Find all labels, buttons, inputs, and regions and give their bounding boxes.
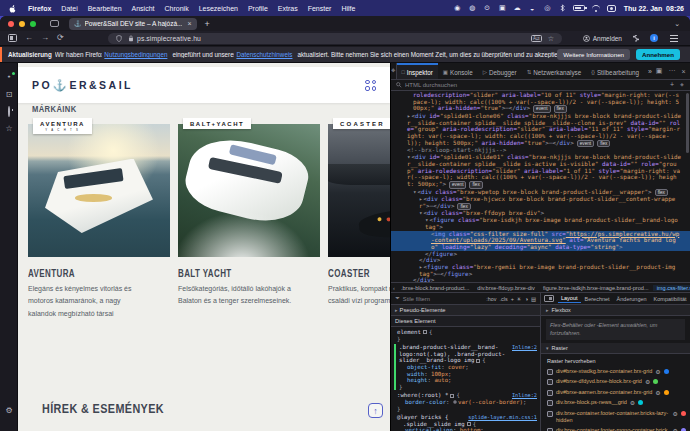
bluetooth-icon[interactable]: [558, 4, 567, 13]
grid-overlay-row[interactable]: div.brxe-block.ps-news__grid⚙: [541, 398, 690, 408]
devtools-tab-konsole[interactable]: ▣Konsole: [438, 63, 478, 79]
reload-button[interactable]: ⟳: [57, 34, 64, 42]
markup-node[interactable]: <!--brx-loop-start-nkjjjs-->: [391, 147, 690, 154]
brand-card-aventura[interactable]: AVENTURA Y A C H T S AVENTURA Elegáns és…: [28, 118, 170, 353]
menubar-menu-fenster[interactable]: Fenster: [308, 5, 332, 12]
html-search-bar[interactable]: HTML durchsuchen + ⌖: [391, 80, 690, 91]
translate-icon[interactable]: A⇄: [531, 35, 542, 42]
add-node-icon[interactable]: +: [670, 81, 674, 89]
grid-checkbox[interactable]: [547, 379, 553, 385]
ai-chatbot-icon[interactable]: ⋆: [0, 73, 18, 81]
devtools-menu-icon[interactable]: ⋯: [668, 67, 675, 75]
menubar-menu-bearbeiten[interactable]: Bearbeiten: [88, 5, 122, 12]
menubar-clock[interactable]: Thu 22. Jan 08:26: [624, 5, 684, 12]
collapse-pane-icon[interactable]: [544, 295, 554, 302]
css-rule-list[interactable]: element{}Inline:2.brand-product-slider__…: [391, 327, 540, 431]
terms-link[interactable]: Nutzungsbedingungen: [104, 51, 167, 58]
rules-toolbar-[interactable]: +: [511, 296, 514, 302]
wifi-icon[interactable]: [591, 4, 601, 12]
rules-toolbar-[interactable]: ▤: [531, 296, 536, 302]
tab-overview-icon[interactable]: [50, 20, 59, 27]
markup-node[interactable]: ▸<div id="splide01-clone06" class="brxe-…: [391, 113, 690, 147]
grid-settings-gear-icon[interactable]: ⚙: [655, 389, 660, 396]
layout-tab-layout[interactable]: Layout: [558, 294, 581, 303]
breadcrumb-item[interactable]: .brxe-block.brand-product...: [397, 285, 473, 291]
more-tools-chevron-icon[interactable]: »: [644, 63, 656, 79]
css-rule[interactable]: element{}: [394, 329, 537, 342]
extensions-puzzle-icon[interactable]: [632, 34, 640, 43]
url-bar[interactable]: ps.simplecreative.hu A⇄ ☆: [108, 33, 562, 44]
css-rule[interactable]: Inline:2:where(:root) *{border-color: va…: [394, 392, 537, 412]
pseudo-elements-section[interactable]: ▸Pseudo-Elemente: [391, 305, 540, 316]
grid-checkbox[interactable]: [547, 390, 553, 396]
coaster-photo[interactable]: [328, 124, 390, 257]
bookmarks-panel-icon[interactable]: ⊡: [0, 91, 18, 99]
devtools-tab-debugger[interactable]: ▷Debugger: [478, 63, 522, 79]
minimize-window-button[interactable]: [19, 21, 25, 27]
breadcrumb-item[interactable]: div.brxe-ffdoyp.brxe-div: [473, 285, 539, 291]
grid-overlay-row[interactable]: div#brxe-aarnen.brxe-container.brx-grid⚙: [541, 387, 690, 397]
control-center-icon[interactable]: [607, 5, 616, 12]
rules-toolbar-cls[interactable]: .cls: [500, 296, 508, 302]
close-window-button[interactable]: [8, 21, 14, 27]
back-button[interactable]: ←: [25, 34, 33, 42]
breadcrumb-item[interactable]: figure.brxe-isdkjh.brxe-image.brand-prod…: [539, 285, 653, 291]
rules-toolbar-[interactable]: ◑: [525, 296, 528, 302]
grid-settings-gear-icon[interactable]: ⚙: [630, 399, 635, 406]
markup-node[interactable]: ▾<div class="brxe-wpetop brxe-block bran…: [391, 189, 690, 197]
markup-node[interactable]: ▾<div id="splide01-slide01" class="brxe-…: [391, 154, 690, 188]
this-element-section[interactable]: Dieses Element: [391, 316, 540, 327]
eyedropper-icon[interactable]: ⌖: [680, 81, 684, 89]
markup-node-selected[interactable]: <img class="css-filter size-full" src="h…: [391, 231, 690, 251]
grid-color-swatch[interactable]: [664, 390, 669, 395]
menubar-menu-firefox[interactable]: Firefox: [28, 5, 51, 12]
breadcrumb-item[interactable]: img.css-filter.size-full: [653, 285, 690, 291]
css-rule[interactable]: splide-layer.min.css:1@layer bricks {.sp…: [394, 414, 537, 431]
flexbox-section-header[interactable]: ▸Flexbox: [541, 305, 690, 316]
accept-button[interactable]: Annehmen: [636, 49, 680, 60]
forward-button[interactable]: →: [41, 34, 49, 42]
rules-toolbar-hov[interactable]: :hov: [486, 296, 496, 302]
status-icon-5[interactable]: ◎: [543, 4, 552, 13]
baltyacht-photo[interactable]: [178, 124, 320, 257]
menubar-menu-lesezeichen[interactable]: Lesezeichen: [199, 5, 238, 12]
style-filter-bar[interactable]: ⏷ Stile filtern :hov.cls+☀◑▤: [391, 293, 540, 305]
status-icon-3[interactable]: ⊙: [483, 4, 492, 13]
grid-settings-gear-icon[interactable]: ⚙: [645, 378, 650, 385]
grid-overlay-row[interactable]: div#brxe-xtwdkg.brxe-container.brx-grid⚙: [541, 366, 690, 376]
rules-toolbar-[interactable]: ☀: [517, 296, 522, 302]
menubar-menu-hilfe[interactable]: Hilfe: [341, 5, 355, 12]
app-menu-hamburger-icon[interactable]: [670, 35, 678, 42]
aventura-photo[interactable]: [28, 124, 170, 257]
menubar-menu-datei[interactable]: Datei: [61, 5, 77, 12]
more-info-button[interactable]: Weitere Informationen: [557, 49, 630, 60]
grid-section-header[interactable]: ▾Raster: [541, 343, 690, 354]
grid-overlay-row[interactable]: div.brxe-container.footer-mono-container…: [541, 426, 690, 431]
privacy-link[interactable]: Datenschutzhinweis: [236, 51, 292, 58]
devtools-tab-netzwerkanalyse[interactable]: ⇅Netzwerkanalyse: [522, 63, 587, 79]
menubar-menu-ansicht[interactable]: Ansicht: [132, 5, 155, 12]
menubar-menu-extras[interactable]: Extras: [278, 5, 298, 12]
layout-tab-änderungen[interactable]: Änderungen: [614, 295, 650, 303]
layout-tab-berechnet[interactable]: Berechnet: [582, 295, 613, 303]
status-icon-2[interactable]: ◍: [468, 4, 477, 13]
grid-color-swatch[interactable]: [664, 369, 669, 374]
bookmark-star-icon[interactable]: ☆: [548, 35, 554, 43]
grid-settings-gear-icon[interactable]: ⚙: [673, 410, 678, 417]
grid-settings-gear-icon[interactable]: ⚙: [655, 368, 660, 375]
tab-close-icon[interactable]: ×: [187, 20, 191, 27]
markup-node[interactable]: ▸<figure class="brxe-rgemii brxe-image b…: [391, 264, 690, 277]
powersail-logo[interactable]: PO⚓ER&SAIL: [32, 79, 133, 92]
status-icon-1[interactable]: ◉: [453, 4, 462, 13]
scroll-to-top-button[interactable]: ↑: [368, 403, 383, 418]
brand-card-coaster[interactable]: COASTER COASTER Praktikus, kompakt m csa…: [328, 118, 390, 353]
grid-color-swatch[interactable]: [638, 400, 643, 405]
brand-card-baltyacht[interactable]: BALT+YACHT BALT YACHT Felsőkategóriás, i…: [178, 118, 320, 353]
devtools-close-icon[interactable]: ×: [681, 68, 685, 75]
markup-node[interactable]: ▸<div class="brxe-hjcwcx brxe-block bran…: [391, 196, 690, 210]
devtools-tab-stilbearbeitung[interactable]: {}Stilbearbeitung: [586, 63, 644, 79]
sidebar-toggle-icon[interactable]: [8, 34, 17, 42]
new-tab-button[interactable]: +: [205, 19, 210, 29]
extension-badge-icon[interactable]: i: [650, 34, 658, 42]
grid-overlay-row[interactable]: div.brxe-container.footer-container.bric…: [541, 408, 690, 426]
